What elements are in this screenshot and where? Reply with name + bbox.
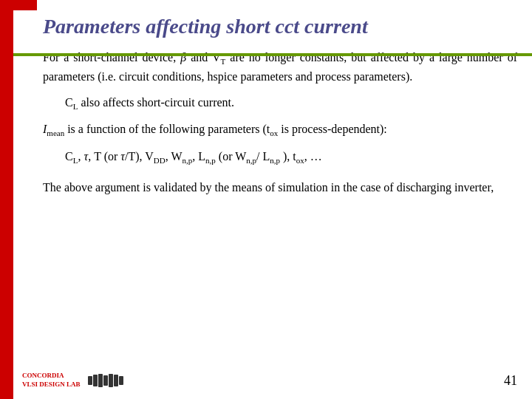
- chip-icon: [88, 374, 123, 387]
- top-bracket-decoration: [0, 0, 37, 52]
- svg-rect-0: [0, 0, 13, 52]
- green-underline: [13, 53, 532, 56]
- page-number: 41: [504, 373, 517, 389]
- paragraph-3: Imean is a function of the following par…: [43, 120, 517, 140]
- body-text: For a short-channel device, β and VT are…: [35, 49, 517, 197]
- paragraph-2: CL also affects short-circuit current.: [65, 94, 517, 113]
- left-accent-bar: [0, 0, 13, 399]
- page-title: Parameters affecting short cct current: [35, 15, 517, 38]
- paragraph-3b: CL, τ, T (or τ/T), VDD, Wn,p, Ln,p (or W…: [65, 148, 517, 167]
- logo-text: CONCORDIA VLSI DESIGN LAB: [22, 372, 81, 389]
- bottom-bar: CONCORDIA VLSI DESIGN LAB 41: [0, 362, 532, 399]
- main-content: Parameters affecting short cct current F…: [21, 0, 532, 399]
- svg-rect-1: [13, 0, 37, 10]
- paragraph-4: The above argument is validated by the m…: [43, 179, 517, 197]
- logo-area: CONCORDIA VLSI DESIGN LAB: [22, 372, 123, 389]
